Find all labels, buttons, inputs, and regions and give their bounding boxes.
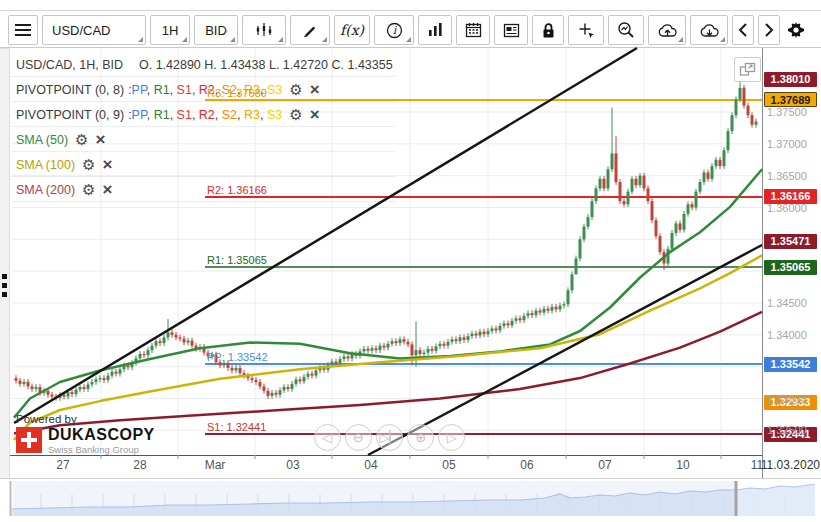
zoom-out-button[interactable]: ⊖ <box>345 424 372 451</box>
legend-separator <box>11 176 396 177</box>
left-panel-splitter[interactable] <box>0 48 10 478</box>
price-tick-label: 1.37500 <box>767 106 807 118</box>
time-tick-label: Mar <box>205 458 226 472</box>
sma-1-remove-icon[interactable]: × <box>103 156 113 173</box>
price-tick-label: 1.36500 <box>767 170 807 182</box>
pivotpoint-1-settings-icon[interactable]: ⚙ <box>289 107 302 122</box>
pivot-line-label: R2: 1.36166 <box>207 184 267 196</box>
time-tick-label: 10 <box>676 458 689 472</box>
pivot-item-r2: R2 <box>199 108 215 122</box>
scroll-left-button[interactable]: ◁ <box>314 424 341 451</box>
time-tick-label: 03 <box>286 458 299 472</box>
pivot-item-pp: PP <box>132 83 147 97</box>
pivot-line-label: R1: 1.35065 <box>207 254 267 266</box>
price-badge: 1.38010 <box>764 72 817 87</box>
legend-separator <box>11 76 396 77</box>
popup-icon <box>739 62 756 77</box>
pivot-item-r3: R3 <box>244 108 260 122</box>
time-tick-label: 28 <box>133 458 146 472</box>
pivotpoint-1-remove-icon[interactable]: × <box>310 106 320 123</box>
dukascopy-branding: Powered by DUKASCOPY Swiss Banking Group <box>16 413 155 455</box>
current-date-label: 11.03.2020 <box>761 458 820 472</box>
swiss-cross-logo <box>16 427 42 453</box>
chart-legend: USD/CAD, 1H, BIDO. 1.42890 H. 1.43438 L.… <box>16 52 393 202</box>
pivot-line-label: S1: 1.32441 <box>207 421 266 433</box>
ohlc-readout: O. 1.42890 H. 1.43438 L. 1.42720 C. 1.43… <box>139 58 393 72</box>
indicator-label-pivotpoint-0: PIVOTPOINT (0, 8) <box>16 83 124 97</box>
sma-0-remove-icon[interactable]: × <box>96 131 106 148</box>
price-badge: 1.35471 <box>764 234 817 249</box>
pivot-item-s3: S3 <box>267 108 282 122</box>
legend-separator <box>11 151 396 152</box>
time-tick-label: 04 <box>364 458 377 472</box>
chart-title: USD/CAD, 1H, BID <box>16 58 123 72</box>
price-tick-label: 1.33000 <box>767 393 807 405</box>
pivot-item-r1: R1 <box>154 108 170 122</box>
sma-2-remove-icon[interactable]: × <box>103 181 113 198</box>
pivotpoint-0-settings-icon[interactable]: ⚙ <box>289 82 302 97</box>
legend-separator <box>11 101 396 102</box>
legend-separator <box>11 201 396 202</box>
brand-name: DUKASCOPY <box>48 427 155 442</box>
brand-subtitle: Swiss Banking Group <box>48 444 155 455</box>
time-tick-label: 05 <box>442 458 455 472</box>
powered-by-label: Powered by <box>16 413 155 425</box>
indicator-label-pivotpoint-1: PIVOTPOINT (0, 9) <box>16 108 124 122</box>
pivot-item-s1: S1 <box>177 83 192 97</box>
price-tick-label: 1.34500 <box>767 297 807 309</box>
pivot-line-label: R3: 1.37689 <box>207 87 267 99</box>
splitter-handle-icon <box>2 274 7 297</box>
sma-0-settings-icon[interactable]: ⚙ <box>75 132 88 147</box>
pivotpoint-0-remove-icon[interactable]: × <box>310 81 320 98</box>
popup-chart-button[interactable] <box>734 57 761 82</box>
zoom-in-button[interactable]: ⊕ <box>407 424 434 451</box>
pivot-item-s2: S2 <box>222 108 237 122</box>
legend-separator <box>11 126 396 127</box>
price-badge: 1.33542 <box>764 357 817 372</box>
pivot-item-pp: PP <box>132 108 147 122</box>
indicator-label-sma-1: SMA (100) <box>16 158 75 172</box>
indicator-label-sma-0: SMA (50) <box>16 133 68 147</box>
pivot-line-label: PP: 1.33542 <box>207 351 268 363</box>
time-tick-label: 27 <box>56 458 69 472</box>
time-tick-label: 07 <box>598 458 611 472</box>
price-tick-label: 1.37000 <box>767 138 807 150</box>
price-badge: 1.35065 <box>764 260 817 275</box>
price-tick-label: 1.34000 <box>767 329 807 341</box>
sma-2-settings-icon[interactable]: ⚙ <box>82 182 95 197</box>
indicator-label-sma-2: SMA (200) <box>16 183 75 197</box>
jump-to-end-button[interactable]: ▷▏ <box>376 424 403 451</box>
price-tick-label: 1.36000 <box>767 202 807 214</box>
pivot-item-s3: S3 <box>267 83 282 97</box>
trading-chart-widget: USD/CAD1HBIDf(x)i USD/CAD, 1H, BIDO. 1.4… <box>0 0 821 522</box>
pivot-item-s1: S1 <box>177 108 192 122</box>
sma-1-settings-icon[interactable]: ⚙ <box>82 157 95 172</box>
price-tick-label: 1.32500 <box>767 424 807 436</box>
pivot-item-r1: R1 <box>154 83 170 97</box>
time-tick-label: 06 <box>520 458 533 472</box>
